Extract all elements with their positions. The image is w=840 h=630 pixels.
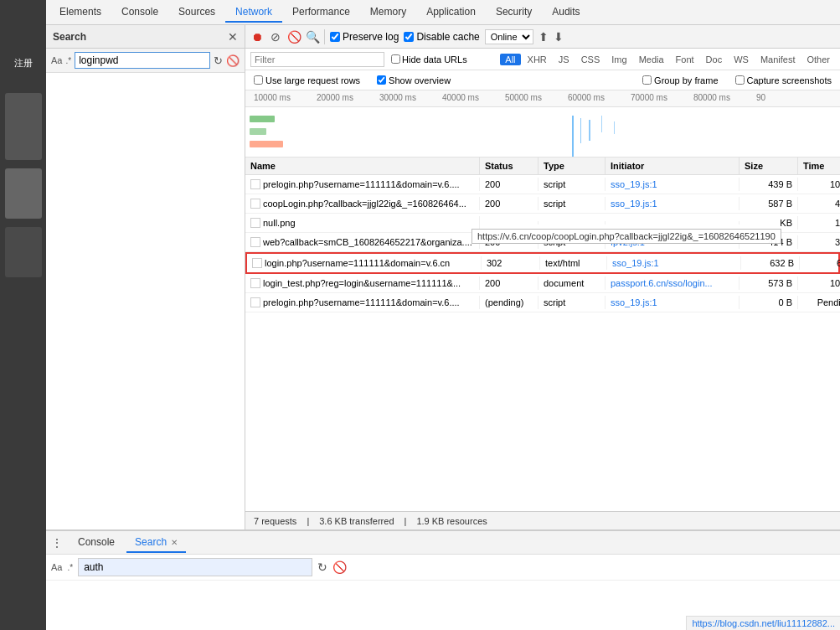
import-button[interactable]: ⬆	[539, 30, 549, 44]
use-large-rows-checkbox[interactable]	[254, 75, 263, 85]
cell-initiator[interactable]: sso_19.js:1	[606, 197, 740, 210]
tab-console-bottom[interactable]: Console	[70, 533, 123, 553]
table-row-highlighted[interactable]: login.php?username=111111&domain=v.6.cn …	[245, 252, 840, 274]
cell-name: null.png	[245, 216, 480, 230]
tab-network[interactable]: Network	[225, 3, 282, 23]
capture-screenshots-checkbox[interactable]	[735, 75, 745, 85]
search-network-button[interactable]: 🔍	[306, 30, 319, 44]
divider: |	[307, 516, 309, 526]
filter-media[interactable]: Media	[634, 54, 669, 65]
refresh-bottom-button[interactable]: ↻	[317, 560, 327, 574]
name-text: login_test.php?reg=login&username=111111…	[263, 278, 461, 288]
tab-elements[interactable]: Elements	[49, 3, 111, 23]
tab-console[interactable]: Console	[111, 3, 168, 23]
cell-status: 200	[480, 178, 539, 191]
file-icon	[250, 199, 260, 209]
tab-sources[interactable]: Sources	[168, 3, 225, 23]
file-icon	[250, 237, 260, 247]
show-overview-checkbox[interactable]	[377, 75, 386, 85]
cell-type: script	[539, 296, 606, 309]
col-header-time[interactable]: Time	[798, 158, 840, 174]
clear-search-button[interactable]: 🚫	[226, 54, 240, 67]
disable-cache-label[interactable]: Disable cache	[404, 31, 479, 43]
use-large-rows-label[interactable]: Use large request rows	[254, 75, 360, 85]
export-button[interactable]: ⬇	[554, 30, 564, 44]
table-row[interactable]: prelogin.php?username=111111&domain=v.6.…	[245, 293, 840, 312]
ruler-mark-5: 50000 ms	[505, 93, 542, 102]
cell-type: document	[539, 276, 606, 290]
cell-initiator[interactable]: sso_19.js:1	[607, 256, 741, 270]
file-icon	[250, 218, 260, 228]
file-icon	[250, 179, 260, 189]
cell-initiator[interactable]: passport.6.cn/sso/login...	[606, 276, 740, 290]
cell-size: KB	[740, 216, 798, 230]
throttle-select[interactable]: Online	[485, 29, 533, 44]
filter-font[interactable]: Font	[671, 54, 699, 65]
tab-performance[interactable]: Performance	[282, 3, 360, 23]
filter-all[interactable]: All	[500, 54, 520, 65]
preserve-log-label[interactable]: Preserve log	[330, 31, 399, 43]
close-search-tab-icon[interactable]: ✕	[171, 538, 178, 547]
url-hint: https://blog.csdn.net/liu11112882...	[686, 616, 840, 630]
refresh-search-button[interactable]: ↻	[214, 54, 223, 67]
tab-memory[interactable]: Memory	[360, 3, 416, 23]
col-header-type[interactable]: Type	[539, 158, 606, 174]
filter-js[interactable]: JS	[554, 54, 575, 65]
filter-manifest[interactable]: Manifest	[755, 54, 801, 65]
filter-other[interactable]: Other	[801, 54, 835, 65]
search-input[interactable]	[75, 52, 210, 69]
clear-button[interactable]: 🚫	[287, 30, 301, 44]
bottom-toolbar: Aa .* ↻ 🚫	[46, 555, 840, 581]
filter-img[interactable]: Img	[606, 54, 631, 65]
name-text: coopLogin.php?callback=jjgl22ig&_=160826…	[263, 199, 466, 209]
tab-bar: Elements Console Sources Network Perform…	[46, 0, 840, 25]
stop-button[interactable]: ⊘	[269, 30, 282, 44]
table-row[interactable]: login_test.php?reg=login&username=111111…	[245, 274, 840, 293]
hide-data-urls-label[interactable]: Hide data URLs	[391, 54, 467, 65]
bottom-search-input[interactable]	[78, 558, 312, 576]
ruler-mark-2: 20000 ms	[317, 93, 353, 102]
capture-screenshots-label[interactable]: Capture screenshots	[735, 75, 832, 85]
group-by-frame-label[interactable]: Group by frame	[642, 75, 718, 85]
cell-time: 63 r	[800, 256, 840, 270]
tab-security[interactable]: Security	[486, 3, 542, 23]
filter-input[interactable]	[250, 52, 384, 67]
col-header-status[interactable]: Status	[480, 158, 539, 174]
bottom-panel-menu[interactable]: ⋮	[51, 536, 63, 550]
sidebar-item-register[interactable]: 注册	[0, 50, 46, 76]
cell-initiator[interactable]: sso_19.js:1	[606, 178, 740, 191]
filter-xhr[interactable]: XHR	[523, 54, 552, 65]
ruler-mark-6: 60000 ms	[568, 93, 605, 102]
filter-css[interactable]: CSS	[576, 54, 606, 65]
col-header-name[interactable]: Name	[245, 158, 480, 174]
col-header-initiator[interactable]: Initiator	[606, 158, 740, 174]
filter-doc[interactable]: Doc	[701, 54, 728, 65]
col-header-size[interactable]: Size	[740, 158, 798, 174]
table-row[interactable]: prelogin.php?username=111111&domain=v.6.…	[245, 175, 840, 194]
row-tooltip: https://v.6.cn/coop/coopLogin.php?callba…	[472, 229, 781, 244]
group-by-frame-checkbox[interactable]	[642, 75, 652, 85]
hide-data-urls-checkbox[interactable]	[391, 54, 400, 64]
filter-ws[interactable]: WS	[729, 54, 754, 65]
clear-bottom-button[interactable]: 🚫	[332, 560, 347, 574]
table-header: Name Status Type Initiator Size Time Wat…	[245, 158, 840, 175]
filter-types: All XHR JS CSS Img Media Font Doc WS Man…	[500, 54, 835, 65]
table-row[interactable]: coopLogin.php?callback=jjgl22ig&_=160826…	[245, 194, 840, 214]
tab-search-bottom[interactable]: Search ✕	[126, 533, 186, 553]
cell-initiator[interactable]: sso_19.js:1	[606, 296, 740, 309]
file-icon	[250, 278, 260, 288]
show-overview-label[interactable]: Show overview	[377, 75, 451, 85]
tab-audits[interactable]: Audits	[542, 3, 590, 23]
divider-1	[324, 29, 325, 44]
preserve-log-checkbox[interactable]	[330, 32, 340, 42]
disable-cache-checkbox[interactable]	[404, 32, 414, 42]
cell-name: login_test.php?reg=login&username=111111…	[245, 276, 480, 290]
filter-bar: Hide data URLs All XHR JS CSS Img Media …	[245, 49, 840, 70]
cell-time: 46 r	[798, 197, 840, 210]
transferred-count: 3.6 KB transferred	[319, 516, 394, 526]
close-search-icon[interactable]: ✕	[228, 30, 238, 44]
capture-screenshots-text: Capture screenshots	[747, 75, 832, 85]
record-button[interactable]: ⏺	[250, 30, 264, 44]
tab-application[interactable]: Application	[416, 3, 486, 23]
cell-size: 632 B	[741, 256, 800, 270]
